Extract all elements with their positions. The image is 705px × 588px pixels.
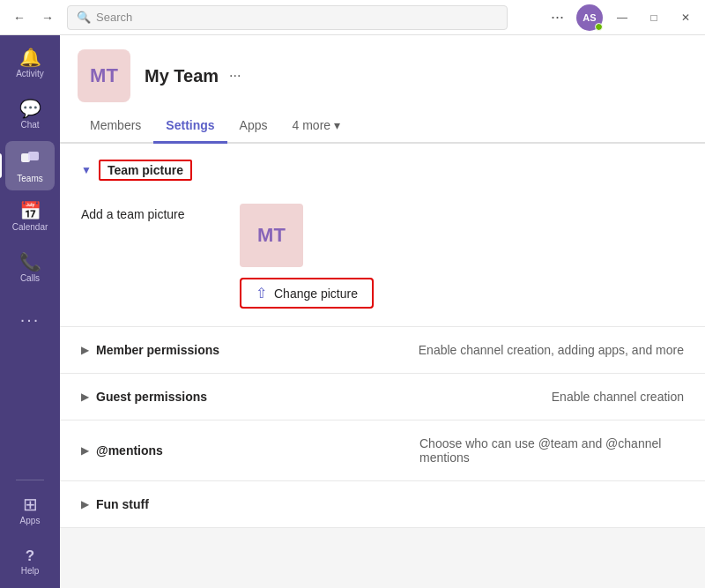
chevron-down-icon: ▼: [81, 164, 92, 176]
sidebar-item-help[interactable]: ? Help: [5, 537, 55, 586]
help-icon: ?: [26, 548, 34, 563]
calls-icon: 📞: [19, 253, 41, 271]
sidebar-divider: [16, 480, 44, 480]
sidebar-label-calendar: Calendar: [12, 222, 48, 232]
team-avatar-initials: MT: [90, 64, 118, 87]
mentions-desc: Choose who can use @team and @channel me…: [419, 436, 684, 465]
team-name-row: My Team ···: [145, 66, 244, 86]
add-team-picture-label: Add a team picture: [81, 204, 204, 309]
sidebar-label-activity: Activity: [16, 69, 44, 78]
avatar-initials: AS: [583, 12, 596, 23]
sidebar-item-teams[interactable]: Teams: [5, 141, 55, 190]
member-permissions-desc: Enable channel creation, adding apps, an…: [419, 343, 684, 357]
title-bar-right: ··· AS — □ ✕: [545, 4, 698, 31]
calendar-icon: 📅: [19, 202, 41, 220]
change-picture-button[interactable]: ⇧ Change picture: [240, 278, 374, 309]
section-member-permissions-header[interactable]: ▶ Member permissions Enable channel crea…: [60, 327, 705, 373]
more-options-button[interactable]: ···: [545, 6, 569, 28]
title-bar: ← → 🔍 Search ··· AS — □ ✕: [0, 0, 705, 35]
app-body: 🔔 Activity 💬 Chat Teams 📅 Calendar 📞 Cal…: [0, 35, 705, 588]
search-placeholder: Search: [96, 11, 132, 24]
sidebar-item-more[interactable]: ···: [5, 294, 55, 344]
picture-controls: MT ⇧ Change picture: [240, 204, 374, 309]
section-mentions: ▶ @mentions Choose who can use @team and…: [60, 421, 705, 481]
section-member-permissions: ▶ Member permissions Enable channel crea…: [60, 327, 705, 374]
picture-preview-initials: MT: [257, 224, 286, 247]
section-team-picture-content: Add a team picture MT ⇧ Change picture: [60, 197, 705, 326]
tab-members[interactable]: Members: [78, 109, 153, 144]
main-content: MT My Team ··· Members Settings Apps 4 m…: [60, 35, 705, 588]
chevron-right-icon-2: ▶: [81, 391, 89, 403]
sidebar-label-apps: Apps: [20, 516, 41, 525]
section-mentions-header[interactable]: ▶ @mentions Choose who can use @team and…: [60, 421, 705, 480]
guest-permissions-desc: Enable channel creation: [552, 390, 684, 404]
section-fun-stuff-title: Fun stuff: [96, 497, 149, 511]
nav-back-button[interactable]: ←: [7, 5, 32, 30]
section-guest-permissions-header[interactable]: ▶ Guest permissions Enable channel creat…: [60, 374, 705, 420]
tabs-bar: Members Settings Apps 4 more ▾: [60, 109, 705, 144]
team-picture-preview: MT: [240, 204, 303, 267]
maximize-button[interactable]: □: [642, 5, 666, 30]
section-member-permissions-title: Member permissions: [96, 343, 219, 357]
section-mentions-title: @mentions: [96, 443, 163, 458]
settings-inner: ▼ Team picture Add a team picture MT: [60, 144, 705, 528]
status-indicator: [595, 23, 603, 31]
activity-icon: 🔔: [19, 48, 41, 66]
sidebar-label-help: Help: [21, 566, 40, 576]
nav-buttons: ← →: [7, 5, 60, 30]
sidebar-item-apps[interactable]: ⊞ Apps: [5, 486, 55, 535]
team-info: My Team ···: [145, 66, 244, 86]
sidebar-label-calls: Calls: [20, 273, 40, 283]
settings-body: ▼ Team picture Add a team picture MT: [60, 144, 705, 588]
sidebar-label-teams: Teams: [17, 174, 42, 183]
tab-settings[interactable]: Settings: [153, 109, 226, 144]
sidebar-item-calendar[interactable]: 📅 Calendar: [5, 192, 55, 242]
sidebar-more-dots: ···: [20, 309, 41, 330]
section-team-picture: ▼ Team picture Add a team picture MT: [60, 144, 705, 327]
search-bar[interactable]: 🔍 Search: [67, 5, 508, 30]
tab-apps[interactable]: Apps: [227, 109, 280, 144]
sidebar: 🔔 Activity 💬 Chat Teams 📅 Calendar 📞 Cal…: [0, 35, 60, 588]
team-more-button[interactable]: ···: [226, 66, 244, 86]
chevron-right-icon-3: ▶: [81, 444, 89, 457]
upload-icon: ⇧: [256, 285, 267, 301]
sidebar-label-chat: Chat: [20, 120, 39, 130]
close-button[interactable]: ✕: [673, 5, 698, 30]
nav-forward-button[interactable]: →: [35, 5, 60, 30]
section-fun-stuff-header[interactable]: ▶ Fun stuff: [60, 481, 705, 527]
team-header: MT My Team ···: [60, 35, 705, 102]
section-team-picture-title: Team picture: [99, 160, 192, 181]
chevron-right-icon: ▶: [81, 344, 89, 356]
chevron-right-icon-4: ▶: [81, 498, 89, 510]
chat-icon: 💬: [19, 100, 41, 117]
sidebar-item-calls[interactable]: 📞 Calls: [5, 243, 55, 293]
svg-rect-2: [28, 152, 39, 160]
sidebar-item-activity[interactable]: 🔔 Activity: [5, 39, 55, 88]
section-team-picture-header[interactable]: ▼ Team picture: [60, 144, 705, 197]
section-guest-permissions-title: Guest permissions: [96, 390, 207, 404]
team-avatar: MT: [78, 49, 130, 102]
highlighted-title: Team picture: [99, 160, 192, 181]
apps-icon: ⊞: [23, 495, 38, 513]
team-name: My Team: [145, 66, 219, 86]
teams-icon: [20, 149, 40, 171]
section-guest-permissions: ▶ Guest permissions Enable channel creat…: [60, 374, 705, 421]
sidebar-item-chat[interactable]: 💬 Chat: [5, 90, 55, 139]
search-icon: 🔍: [77, 11, 91, 24]
change-picture-label: Change picture: [274, 287, 358, 301]
user-avatar-button[interactable]: AS: [576, 4, 603, 31]
minimize-button[interactable]: —: [610, 5, 634, 30]
section-fun-stuff: ▶ Fun stuff: [60, 481, 705, 528]
tab-more[interactable]: 4 more ▾: [280, 109, 352, 144]
